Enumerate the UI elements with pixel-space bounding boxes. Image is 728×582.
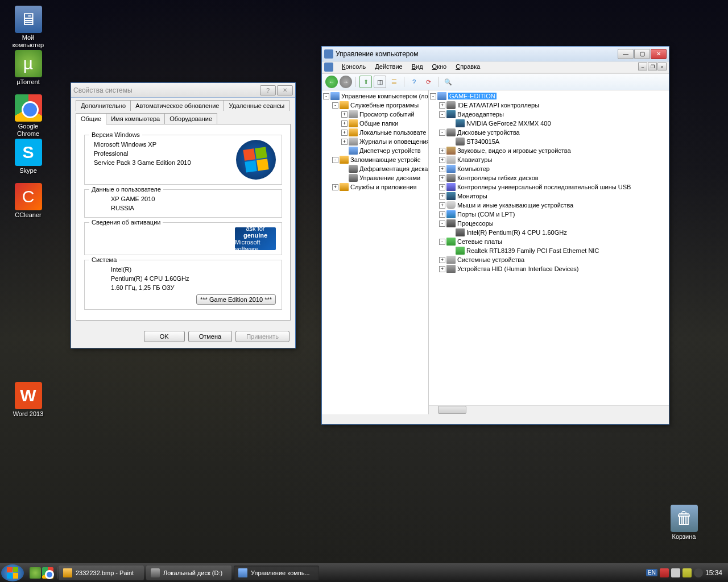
tab-Общие[interactable]: Общие: [76, 113, 106, 124]
menu-Справка[interactable]: Справка: [451, 62, 485, 71]
desktop-icon-ccleaner[interactable]: CCCleaner: [7, 183, 49, 219]
back-button[interactable]: ←: [325, 76, 338, 88]
expand-toggle[interactable]: +: [341, 120, 348, 127]
expand-toggle[interactable]: +: [439, 148, 445, 154]
expand-toggle[interactable]: -: [332, 102, 338, 109]
expand-toggle[interactable]: -: [439, 130, 445, 136]
recycle-bin[interactable]: 🗑 Корзина: [663, 505, 705, 541]
mgmt-titlebar[interactable]: Управление компьютером — ▢ ✕: [322, 47, 669, 61]
mdi-restore[interactable]: ❐: [648, 63, 657, 70]
scan-button[interactable]: 🔍: [442, 76, 454, 88]
scrollbar-horizontal[interactable]: [429, 405, 669, 414]
expand-toggle[interactable]: +: [439, 157, 445, 163]
right-tree-pane[interactable]: -GAME-EDITION+IDE ATA/ATAPI контроллеры-…: [429, 90, 669, 414]
tree-item[interactable]: +Контроллеры универсальной последователь…: [430, 182, 668, 192]
tree-item[interactable]: -Запоминающие устройс: [323, 155, 427, 164]
desktop[interactable]: 🖥МойкомпьютерµµTorrentGoogleChromeSSkype…: [0, 0, 728, 563]
start-button[interactable]: [1, 564, 24, 581]
tree-item[interactable]: Intel(R) Pentium(R) 4 CPU 1.60GHz: [430, 228, 668, 237]
desktop-icon-utorrent[interactable]: µµTorrent: [7, 50, 49, 86]
task-localdisk[interactable]: Локальный диск (D:): [146, 566, 231, 580]
expand-toggle[interactable]: -: [439, 221, 445, 227]
tab-Оборудование[interactable]: Оборудование: [164, 113, 217, 124]
properties-button[interactable]: ☰: [388, 76, 400, 88]
expand-toggle[interactable]: +: [439, 202, 445, 209]
tab-Автоматическое обновление[interactable]: Автоматическое обновление: [130, 100, 224, 111]
expand-toggle[interactable]: +: [341, 139, 348, 145]
expand-toggle[interactable]: -: [332, 157, 338, 163]
help-button[interactable]: ?: [260, 85, 276, 95]
ql-chrome[interactable]: [42, 567, 53, 579]
menu-Окно[interactable]: Окно: [428, 62, 452, 71]
close-button[interactable]: ✕: [277, 85, 293, 95]
tree-item[interactable]: -GAME-EDITION: [430, 92, 668, 101]
tree-item[interactable]: +Компьютер: [430, 164, 668, 173]
expand-toggle[interactable]: -: [439, 111, 445, 118]
tree-item[interactable]: +Звуковые, видео и игровые устройства: [430, 146, 668, 155]
tray-misc-icon[interactable]: [694, 568, 703, 577]
desktop-icon-skype[interactable]: SSkype: [7, 139, 49, 174]
show-hide-button[interactable]: ◫: [374, 76, 386, 88]
tray-volume-icon[interactable]: [671, 568, 680, 577]
tree-item[interactable]: +Службы и приложения: [323, 182, 427, 192]
expand-toggle[interactable]: +: [332, 184, 338, 190]
tray-network-icon[interactable]: [682, 568, 692, 577]
tab-Дополнительно[interactable]: Дополнительно: [76, 100, 131, 111]
tree-item[interactable]: Управление дисками: [323, 173, 427, 182]
expand-toggle[interactable]: -: [323, 93, 329, 99]
menu-Вид[interactable]: Вид: [407, 62, 428, 71]
tree-item[interactable]: -Видеоадаптеры: [430, 110, 668, 119]
expand-toggle[interactable]: +: [341, 130, 348, 136]
sysprops-titlebar[interactable]: Свойства системы ? ✕: [71, 83, 295, 98]
expand-toggle[interactable]: +: [439, 184, 445, 190]
apply-button[interactable]: Применить: [235, 331, 289, 342]
ql-utorrent[interactable]: [30, 567, 41, 579]
tree-item[interactable]: +Общие папки: [323, 119, 427, 128]
tray-shield-icon[interactable]: [660, 568, 669, 577]
tree-item[interactable]: +Мониторы: [430, 192, 668, 201]
expand-toggle[interactable]: +: [439, 211, 445, 218]
expand-toggle[interactable]: -: [430, 93, 436, 99]
tree-item[interactable]: -Управление компьютером (ло: [323, 92, 427, 101]
language-indicator[interactable]: EN: [646, 569, 657, 576]
tab-Имя компьютера[interactable]: Имя компьютера: [106, 113, 165, 124]
menu-Консоль[interactable]: Консоль: [337, 62, 370, 71]
clock[interactable]: 15:34: [705, 569, 722, 577]
tree-item[interactable]: -Сетевые платы: [430, 237, 668, 246]
tree-item[interactable]: -Процессоры: [430, 219, 668, 228]
tree-item[interactable]: NVIDIA GeForce2 MX/MX 400: [430, 119, 668, 128]
expand-toggle[interactable]: +: [439, 193, 445, 199]
expand-toggle[interactable]: +: [439, 102, 445, 109]
tree-item[interactable]: +Порты (COM и LPT): [430, 210, 668, 219]
tab-Удаленные сеансы[interactable]: Удаленные сеансы: [224, 100, 289, 111]
expand-toggle[interactable]: -: [439, 239, 445, 245]
tree-item[interactable]: +Журналы и оповещения: [323, 137, 427, 146]
refresh-button[interactable]: ⟳: [422, 76, 435, 88]
cancel-button[interactable]: Отмена: [188, 331, 232, 342]
tree-item[interactable]: +Клавиатуры: [430, 155, 668, 164]
maximize-button[interactable]: ▢: [634, 49, 650, 59]
tree-item[interactable]: -Дисковые устройства: [430, 128, 668, 137]
task-paint[interactable]: 2332232.bmp - Paint: [59, 566, 144, 580]
tree-item[interactable]: +Устройства HID (Human Interface Devices…: [430, 264, 668, 273]
mdi-minimize[interactable]: –: [638, 63, 647, 70]
tree-item[interactable]: +Системные устройства: [430, 255, 668, 264]
expand-toggle[interactable]: +: [439, 166, 445, 172]
expand-toggle[interactable]: +: [439, 266, 445, 272]
ok-button[interactable]: OK: [144, 331, 185, 342]
tree-item[interactable]: +Локальные пользовате: [323, 128, 427, 137]
menu-Действие[interactable]: Действие: [370, 62, 407, 71]
close-button[interactable]: ✕: [651, 49, 667, 59]
expand-toggle[interactable]: +: [439, 175, 445, 181]
left-tree-pane[interactable]: -Управление компьютером (ло-Служебные пр…: [322, 90, 429, 414]
desktop-icon-my-computer[interactable]: 🖥Мойкомпьютер: [7, 6, 49, 49]
tree-item[interactable]: Дефрагментация диска: [323, 164, 427, 173]
task-compmgmt[interactable]: Управление компь...: [234, 566, 319, 580]
minimize-button[interactable]: —: [618, 49, 634, 59]
tree-item[interactable]: Realtek RTL8139 Family PCI Fast Ethernet…: [430, 246, 668, 255]
tree-item[interactable]: +IDE ATA/ATAPI контроллеры: [430, 101, 668, 110]
tree-item[interactable]: ST340015A: [430, 137, 668, 146]
expand-toggle[interactable]: +: [341, 111, 348, 118]
game-edition-button[interactable]: *** Game Edition 2010 ***: [196, 294, 276, 305]
forward-button[interactable]: →: [340, 76, 352, 88]
